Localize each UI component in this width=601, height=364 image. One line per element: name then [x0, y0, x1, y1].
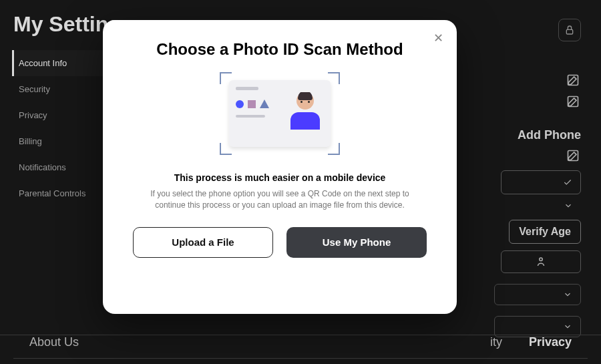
- modal-backdrop: ✕ Choose a Photo ID Scan Method: [0, 0, 601, 364]
- upload-file-button[interactable]: Upload a File: [133, 227, 273, 258]
- close-icon[interactable]: ✕: [433, 31, 443, 45]
- photo-id-modal: ✕ Choose a Photo ID Scan Method: [103, 20, 457, 314]
- id-card-illustration: [220, 72, 340, 155]
- modal-description: If you select the phone option you will …: [140, 188, 420, 211]
- modal-title: Choose a Photo ID Scan Method: [156, 40, 403, 59]
- use-my-phone-button[interactable]: Use My Phone: [286, 227, 427, 258]
- modal-subhead: This process is much easier on a mobile …: [174, 172, 386, 183]
- modal-actions: Upload a File Use My Phone: [133, 227, 427, 258]
